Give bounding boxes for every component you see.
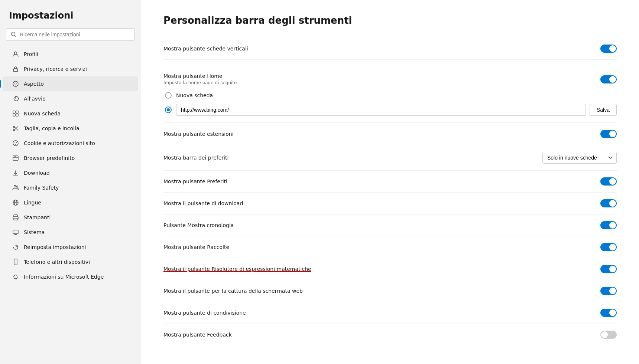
setting-label: Mostra il pulsante Risolutore di espress… xyxy=(163,266,600,272)
sidebar-item-cookie[interactable]: Cookie e autorizzazioni sito xyxy=(3,136,138,151)
sidebar-item-aspetto[interactable]: Aspetto xyxy=(3,76,138,91)
sidebar-item-sistema[interactable]: Sistema xyxy=(3,225,138,240)
download-icon xyxy=(12,169,19,177)
svg-point-18 xyxy=(16,142,17,143)
url-input[interactable] xyxy=(176,104,586,116)
sidebar: Impostazioni Profili Privacy, ricerca e … xyxy=(0,0,141,364)
salva-button[interactable]: Salva xyxy=(590,104,617,116)
setting-estensioni: Mostra pulsante estensioni xyxy=(163,123,617,145)
setting-label: Mostra il pulsante per la cattura della … xyxy=(163,288,600,294)
setting-label: Mostra pulsante Raccolte xyxy=(163,244,600,250)
svg-rect-10 xyxy=(13,114,15,116)
sidebar-item-info[interactable]: Informazioni su Microsoft Edge xyxy=(3,269,138,284)
system-icon xyxy=(12,229,19,236)
reset-icon xyxy=(12,243,19,251)
sidebar-item-reimposta[interactable]: Reimposta impostazioni xyxy=(3,240,138,255)
sidebar-item-lingue[interactable]: Lingue xyxy=(3,195,138,210)
sidebar-item-nuovascheda[interactable]: Nuova scheda xyxy=(3,106,138,121)
setting-label: Mostra pulsante Preferiti xyxy=(163,178,600,184)
sidebar-item-label: Profili xyxy=(24,51,38,57)
setting-matematiche: Mostra il pulsante Risolutore di espress… xyxy=(163,258,617,280)
setting-cronologia: Pulsante Mostra cronologia xyxy=(163,214,617,236)
svg-point-22 xyxy=(14,156,14,157)
sidebar-item-taglia[interactable]: Taglia, copia e incolla xyxy=(3,121,138,136)
svg-point-16 xyxy=(13,141,18,146)
sidebar-item-label: Sistema xyxy=(24,229,45,235)
setting-label: Mostra pulsante schede verticali xyxy=(163,46,600,52)
sidebar-item-label: Lingue xyxy=(24,200,41,206)
search-icon xyxy=(11,32,17,37)
search-input[interactable] xyxy=(20,32,130,37)
scissors-icon xyxy=(12,125,19,132)
setting-sublabel: Imposta la home page di seguito xyxy=(163,80,237,85)
sidebar-item-label: Stampanti xyxy=(24,214,51,220)
sidebar-item-allavvio[interactable]: All'avvio xyxy=(3,91,138,106)
setting-label: Mostra barra dei preferiti xyxy=(163,155,542,161)
search-box[interactable] xyxy=(6,28,135,41)
grid-icon xyxy=(12,110,19,117)
page-title: Personalizza barra degli strumenti xyxy=(163,15,617,26)
edge-icon xyxy=(12,273,19,281)
main-content: Personalizza barra degli strumenti Mostr… xyxy=(141,0,639,364)
setting-label: Mostra pulsante di condivisione xyxy=(163,310,600,316)
radio-label-nuova-scheda: Nuova scheda xyxy=(176,92,213,98)
setting-schermata: Mostra il pulsante per la cattura della … xyxy=(163,280,617,302)
sidebar-item-stampanti[interactable]: Stampanti xyxy=(3,210,138,225)
toggle-feedback[interactable] xyxy=(600,331,617,339)
setting-label: Mostra pulsante Feedback xyxy=(163,332,600,338)
toggle-home[interactable] xyxy=(600,75,617,83)
sidebar-item-label: Cookie e autorizzazioni sito xyxy=(24,140,95,146)
radio-row-url[interactable]: Salva xyxy=(165,104,617,116)
setting-home-container: Mostra pulsante Home Imposta la home pag… xyxy=(163,60,617,123)
setting-preferiti-btn: Mostra pulsante Preferiti xyxy=(163,171,617,193)
sidebar-item-profili[interactable]: Profili xyxy=(3,47,138,62)
language-icon xyxy=(12,199,19,206)
toggle-raccolte[interactable] xyxy=(600,243,617,251)
toggle-condivisione[interactable] xyxy=(600,309,617,317)
sidebar-item-browser[interactable]: Browser predefinito xyxy=(3,151,138,165)
setting-home-row: Mostra pulsante Home Imposta la home pag… xyxy=(163,66,617,88)
palette-icon xyxy=(12,80,19,88)
radio-url[interactable] xyxy=(165,106,172,113)
svg-rect-3 xyxy=(14,69,18,72)
svg-rect-31 xyxy=(14,218,17,220)
sidebar-item-privacy[interactable]: Privacy, ricerca e servizi xyxy=(3,62,138,76)
sidebar-item-label: All'avvio xyxy=(24,96,46,102)
lock-icon xyxy=(12,65,19,73)
setting-raccolte: Mostra pulsante Raccolte xyxy=(163,236,617,258)
sidebar-item-label: Informazioni su Microsoft Edge xyxy=(24,274,104,280)
setting-download-btn: Mostra il pulsante di download xyxy=(163,193,617,214)
phone-icon xyxy=(12,258,19,266)
toggle-download-btn[interactable] xyxy=(600,199,617,207)
svg-rect-9 xyxy=(16,111,18,113)
radio-row-nuova-scheda[interactable]: Nuova scheda xyxy=(165,92,617,99)
sidebar-item-label: Telefono e altri dispositivi xyxy=(24,259,90,265)
barra-preferiti-select[interactable]: Solo in nuove schede Sempre Mai xyxy=(542,152,617,164)
radio-nuova-scheda[interactable] xyxy=(165,92,172,99)
setting-condivisione: Mostra pulsante di condivisione xyxy=(163,302,617,324)
svg-point-5 xyxy=(14,83,15,83)
setting-barra-preferiti: Mostra barra dei preferiti Solo in nuove… xyxy=(163,145,617,171)
sidebar-item-telefono[interactable]: Telefono e altri dispositivi xyxy=(3,255,138,269)
home-sub-options: Nuova scheda Salva xyxy=(163,88,617,123)
svg-point-17 xyxy=(14,142,15,143)
setting-home-label-group: Mostra pulsante Home Imposta la home pag… xyxy=(163,73,237,85)
setting-label: Pulsante Mostra cronologia xyxy=(163,222,600,228)
toggle-cronologia[interactable] xyxy=(600,221,617,229)
svg-point-6 xyxy=(16,83,17,83)
setting-label: Mostra il pulsante di download xyxy=(163,200,600,206)
sidebar-item-label: Taglia, copia e incolla xyxy=(24,125,79,131)
sidebar-item-family[interactable]: Family Safety xyxy=(3,180,138,195)
toggle-schermata[interactable] xyxy=(600,287,617,295)
sidebar-item-download[interactable]: Download xyxy=(3,165,138,180)
svg-rect-32 xyxy=(13,230,18,234)
sidebar-item-label: Family Safety xyxy=(24,185,59,191)
svg-point-23 xyxy=(15,156,16,157)
svg-point-26 xyxy=(16,186,18,187)
svg-point-25 xyxy=(14,186,16,187)
toggle-preferiti-btn[interactable] xyxy=(600,177,617,186)
toggle-matematiche[interactable] xyxy=(600,265,617,273)
sidebar-title: Impostazioni xyxy=(0,10,141,28)
toggle-estensioni[interactable] xyxy=(600,130,617,138)
toggle-schede-verticali[interactable] xyxy=(600,45,617,53)
